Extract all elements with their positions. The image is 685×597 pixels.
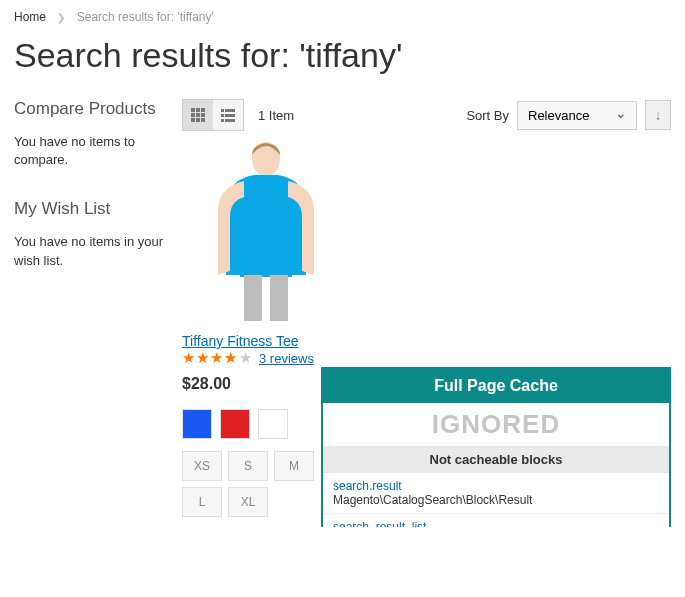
svg-rect-10 [225,109,235,112]
svg-rect-8 [201,118,205,122]
cache-block-class: Magento\CatalogSearch\Block\Result [333,493,659,507]
list-icon [220,107,236,123]
cache-panel-title: Full Page Cache [323,369,669,403]
color-swatches [182,409,342,439]
sort-by-label: Sort By [466,108,509,123]
wishlist-empty: You have no items in your wish list. [14,233,164,269]
svg-rect-0 [191,108,195,112]
svg-rect-1 [196,108,200,112]
svg-rect-4 [196,113,200,117]
item-count: 1 Item [258,108,294,123]
cache-block-name: search.result [333,479,659,493]
breadcrumb: Home ❯ Search results for: 'tiffany' [14,10,671,24]
sort-by-select[interactable]: Relevance [517,101,637,130]
size-swatches: XS S M L XL [182,451,332,517]
cache-status: IGNORED [323,403,669,446]
swatch-blue[interactable] [182,409,212,439]
breadcrumb-current: Search results for: 'tiffany' [77,10,214,24]
svg-rect-19 [270,275,288,321]
size-option[interactable]: S [228,451,268,481]
grid-view-button[interactable] [183,100,213,130]
rating-stars: ★★★★★★ [182,349,253,367]
cache-block-item: search.result Magento\CatalogSearch\Bloc… [323,473,669,514]
svg-rect-6 [191,118,195,122]
svg-rect-12 [225,114,235,117]
chevron-right-icon: ❯ [57,12,65,23]
size-option[interactable]: XL [228,487,268,517]
product-image[interactable] [196,141,336,321]
cache-block-name: search_result_list [333,520,659,527]
arrow-down-icon: ↓ [655,108,662,123]
svg-rect-9 [221,109,224,112]
cache-blocks-list[interactable]: search.result Magento\CatalogSearch\Bloc… [323,473,669,527]
svg-rect-5 [201,113,205,117]
cache-subhead: Not cacheable blocks [323,446,669,473]
page-title: Search results for: 'tiffany' [14,36,671,75]
cache-block-item: search_result_list Magento\CatalogSearch… [323,514,669,527]
swatch-white[interactable] [258,409,288,439]
product-name[interactable]: Tiffany Fitness Tee [182,333,298,349]
compare-products-title: Compare Products [14,99,164,119]
svg-rect-7 [196,118,200,122]
compare-products-empty: You have no items to compare. [14,133,164,169]
breadcrumb-home[interactable]: Home [14,10,46,24]
swatch-red[interactable] [220,409,250,439]
svg-rect-17 [240,191,292,277]
wishlist-title: My Wish List [14,199,164,219]
list-view-button[interactable] [213,100,243,130]
product-card: Tiffany Fitness Tee ★★★★★★ 3 reviews $28… [182,141,342,517]
grid-icon [190,107,206,123]
svg-rect-11 [221,114,224,117]
product-price: $28.00 [182,375,342,393]
svg-rect-2 [201,108,205,112]
cache-debug-panel: Full Page Cache IGNORED Not cacheable bl… [321,367,671,527]
svg-rect-18 [244,275,262,321]
size-option[interactable]: XS [182,451,222,481]
size-option[interactable]: M [274,451,314,481]
sort-direction-button[interactable]: ↓ [645,100,671,130]
svg-rect-14 [225,119,235,122]
view-mode-switcher [182,99,244,131]
reviews-link[interactable]: 3 reviews [259,351,314,366]
size-option[interactable]: L [182,487,222,517]
svg-rect-3 [191,113,195,117]
svg-rect-13 [221,119,224,122]
